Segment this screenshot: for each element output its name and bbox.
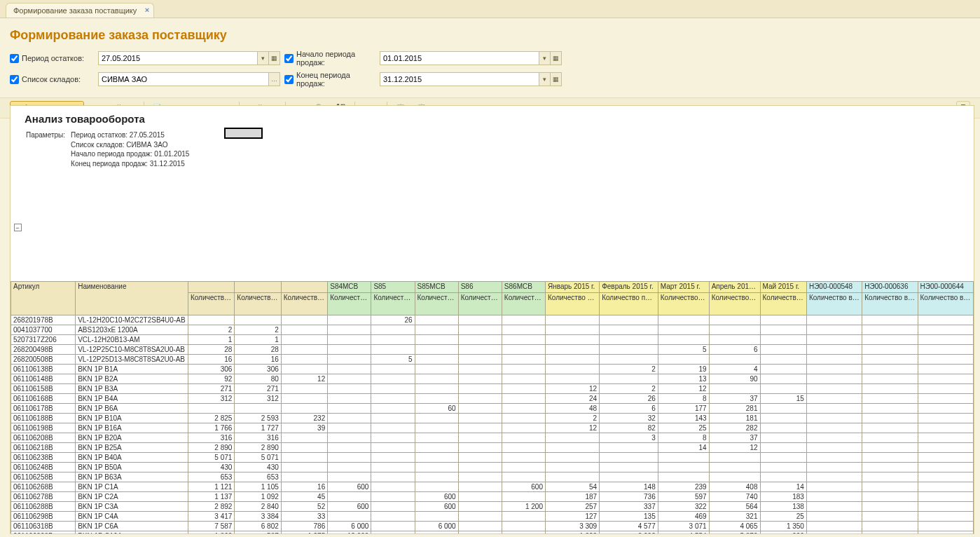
- cell-value[interactable]: [760, 414, 806, 423]
- cell-value[interactable]: 469: [658, 512, 709, 522]
- cell-value[interactable]: 82: [600, 423, 658, 433]
- cell-value[interactable]: 257: [546, 502, 600, 512]
- cell-value[interactable]: [806, 522, 862, 531]
- cell-value[interactable]: [281, 325, 327, 335]
- cell-value[interactable]: [709, 463, 760, 473]
- table-row[interactable]: 061106318BBKN 1P C6A7 5876 8027866 0006 …: [11, 522, 974, 531]
- table-row[interactable]: 061106178BBKN 1P B6A60486177281: [11, 404, 974, 414]
- cell-value[interactable]: [328, 453, 371, 463]
- cell-article[interactable]: 061106208B: [11, 433, 76, 443]
- calendar-icon[interactable]: ▦: [550, 73, 561, 86]
- cell-value[interactable]: [918, 443, 973, 453]
- cell-value[interactable]: 653: [188, 473, 234, 482]
- cell-value[interactable]: [458, 443, 502, 453]
- cell-value[interactable]: 148: [600, 482, 658, 492]
- cell-value[interactable]: [546, 463, 600, 473]
- col-header[interactable]: S86: [458, 282, 502, 293]
- cell-article[interactable]: 061106158B: [11, 384, 76, 394]
- cell-value[interactable]: [328, 404, 371, 414]
- cell-value[interactable]: [546, 325, 600, 335]
- cell-article[interactable]: 061106148B: [11, 374, 76, 384]
- table-row[interactable]: 061106258BBKN 1P B63A653653: [11, 473, 974, 482]
- cell-value[interactable]: 1: [188, 335, 234, 345]
- cell-value[interactable]: 6 000: [328, 522, 371, 531]
- cell-value[interactable]: [458, 463, 502, 473]
- cell-value[interactable]: [862, 453, 918, 463]
- cell-value[interactable]: 5 071: [235, 453, 281, 463]
- cell-value[interactable]: 1 200: [502, 502, 545, 512]
- cell-value[interactable]: 32: [600, 414, 658, 423]
- cell-value[interactable]: [760, 453, 806, 463]
- cell-value[interactable]: [188, 315, 234, 325]
- cell-value[interactable]: 2: [188, 325, 234, 335]
- cell-value[interactable]: [502, 315, 545, 325]
- cell-name[interactable]: BKN 1P B2A: [76, 374, 188, 384]
- cell-value[interactable]: [862, 522, 918, 531]
- cell-value[interactable]: [371, 473, 415, 482]
- cell-name[interactable]: BKN 1P B6A: [76, 404, 188, 414]
- close-icon[interactable]: ×: [145, 6, 149, 14]
- cell-value[interactable]: [658, 473, 709, 482]
- cell-value[interactable]: [806, 394, 862, 404]
- warehouses-input[interactable]: [99, 75, 268, 83]
- cell-value[interactable]: [658, 355, 709, 365]
- cell-value[interactable]: 430: [188, 463, 234, 473]
- cell-value[interactable]: 408: [709, 482, 760, 492]
- cell-value[interactable]: 6: [600, 404, 658, 414]
- cell-value[interactable]: 337: [600, 502, 658, 512]
- cell-value[interactable]: [918, 404, 973, 414]
- cell-value[interactable]: [415, 473, 458, 482]
- cell-value[interactable]: [709, 355, 760, 365]
- cell-value[interactable]: [760, 355, 806, 365]
- cell-value[interactable]: 52: [281, 502, 327, 512]
- col-subheader[interactable]: Количество продаж: [546, 293, 600, 315]
- tab-form-order[interactable]: Формирование заказа поставщику ×: [6, 3, 154, 18]
- cell-value[interactable]: 316: [188, 433, 234, 443]
- cell-value[interactable]: 316: [235, 433, 281, 443]
- cell-value[interactable]: [658, 453, 709, 463]
- cell-value[interactable]: 28: [188, 345, 234, 355]
- cell-value[interactable]: 740: [709, 492, 760, 502]
- cell-value[interactable]: 3 417: [188, 512, 234, 522]
- cell-value[interactable]: [458, 453, 502, 463]
- cell-value[interactable]: [281, 365, 327, 374]
- cell-value[interactable]: [371, 512, 415, 522]
- cell-value[interactable]: 2: [600, 384, 658, 394]
- cell-value[interactable]: 177: [658, 404, 709, 414]
- cell-value[interactable]: 143: [658, 414, 709, 423]
- cell-article[interactable]: 061106188B: [11, 414, 76, 423]
- table-row[interactable]: 268200508BVL-12P25D13-M8C8T8SA2U0-AB1616…: [11, 355, 974, 365]
- cell-value[interactable]: [328, 335, 371, 345]
- cell-value[interactable]: [371, 482, 415, 492]
- cell-value[interactable]: [415, 374, 458, 384]
- cell-value[interactable]: 2 840: [235, 502, 281, 512]
- cell-value[interactable]: 4 065: [709, 522, 760, 531]
- cell-value[interactable]: 3 384: [235, 512, 281, 522]
- table-row[interactable]: 061106148BBKN 1P B2A9280121390: [11, 374, 974, 384]
- cell-value[interactable]: [806, 365, 862, 374]
- cell-value[interactable]: [918, 374, 973, 384]
- cell-value[interactable]: [281, 384, 327, 394]
- cell-value[interactable]: [806, 531, 862, 534]
- cell-value[interactable]: [658, 315, 709, 325]
- cell-value[interactable]: [546, 473, 600, 482]
- cell-article[interactable]: 061106138B: [11, 365, 76, 374]
- cell-value[interactable]: 5: [658, 345, 709, 355]
- col-subheader[interactable]: Количество в резерве: [862, 293, 918, 315]
- calendar-icon[interactable]: ▦: [268, 52, 279, 64]
- cell-value[interactable]: [458, 315, 502, 325]
- cell-value[interactable]: 600: [328, 502, 371, 512]
- cell-value[interactable]: 19: [658, 365, 709, 374]
- cell-value[interactable]: [502, 374, 545, 384]
- cell-value[interactable]: [458, 423, 502, 433]
- cell-value[interactable]: [371, 365, 415, 374]
- cell-value[interactable]: [371, 433, 415, 443]
- cell-value[interactable]: [415, 394, 458, 404]
- calendar-icon[interactable]: ▦: [550, 52, 561, 64]
- table-row[interactable]: 5207317Z206VCL-12H20B13-AM11: [11, 335, 974, 345]
- cell-value[interactable]: [188, 404, 234, 414]
- cell-value[interactable]: [371, 423, 415, 433]
- cell-value[interactable]: 564: [709, 502, 760, 512]
- cell-value[interactable]: 13: [658, 374, 709, 384]
- cell-value[interactable]: [546, 374, 600, 384]
